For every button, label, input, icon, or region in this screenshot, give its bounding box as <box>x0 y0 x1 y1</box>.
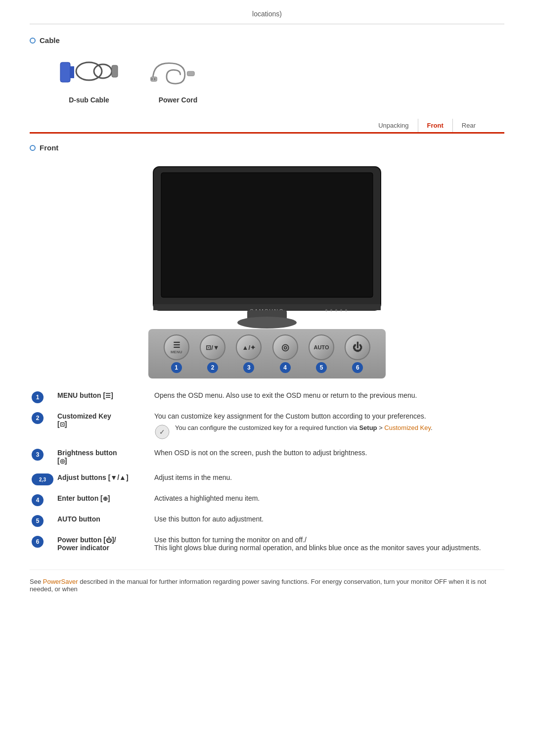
desc-label-power: Power button [⏻]/ Power indicator <box>55 533 154 558</box>
svg-rect-0 <box>60 62 70 82</box>
cable-title-text: Cable <box>40 36 60 45</box>
front-title-text: Front <box>40 143 58 152</box>
brightness-button-circle[interactable]: ▲/✦ <box>236 334 262 360</box>
front-section: Front SAMSUNG <box>30 143 504 593</box>
customized-key-note: ✓ You can configure the customized key f… <box>154 424 504 440</box>
btn-number-1: 1 <box>171 362 182 373</box>
desc-label-customized: Customized Key[⊡] <box>55 409 154 446</box>
descriptions-table: 1 MENU button [☰] Opens the OSD menu. Al… <box>30 388 504 558</box>
note-text: You can configure the customized key for… <box>175 424 433 431</box>
cable-images: D-sub Cable Power Cord <box>59 52 504 104</box>
desc-num-5: 5 <box>30 512 55 533</box>
auto-button-ctrl: AUTO 5 <box>309 334 334 373</box>
badge-3: 3 <box>32 449 44 461</box>
desc-text-customized: You can customize key assignment for the… <box>154 409 504 446</box>
desc-text-brightness: When OSD is not on the screen, push the … <box>154 446 504 471</box>
desc-label-menu: MENU button [☰] <box>55 388 154 409</box>
customized-key-circle[interactable]: ⊡/▼ <box>200 334 225 360</box>
desc-text-auto: Use this button for auto adjustment. <box>154 512 504 533</box>
btn-number-6: 6 <box>352 362 363 373</box>
desc-num-2: 2 <box>30 409 55 446</box>
tab-unpacking[interactable]: Unpacking <box>369 119 418 132</box>
btn-number-5: 5 <box>316 362 327 373</box>
desc-text-adjust: Adjust items in the menu. <box>154 471 504 491</box>
desc-num-3: 3 <box>30 446 55 471</box>
svg-rect-1 <box>70 66 74 78</box>
desc-text-enter: Activates a highlighted menu item. <box>154 491 504 512</box>
desc-row-customized: 2 Customized Key[⊡] You can customize ke… <box>30 409 504 446</box>
cable-dot <box>30 38 36 44</box>
power-cord-label: Power Cord <box>159 96 198 104</box>
power-cord-image <box>148 52 208 92</box>
desc-row-menu: 1 MENU button [☰] Opens the OSD menu. Al… <box>30 388 504 409</box>
desc-num-4: 4 <box>30 491 55 512</box>
monitor-svg: SAMSUNG <box>148 162 386 330</box>
svg-rect-10 <box>161 173 373 297</box>
brightness-button-ctrl: ▲/✦ 3 <box>236 334 262 373</box>
desc-row-adjust: 2,3 Adjust buttons [▼/▲] Adjust items in… <box>30 471 504 491</box>
desc-num-1: 1 <box>30 388 55 409</box>
menu-button-circle[interactable]: ☰ MENU <box>164 334 189 360</box>
desc-row-power: 6 Power button [⏻]/ Power indicator Use … <box>30 533 504 558</box>
enter-button-ctrl: ◎ 4 <box>272 334 298 373</box>
badge-4: 4 <box>32 494 44 506</box>
desc-row-auto: 5 AUTO button Use this button for auto a… <box>30 512 504 533</box>
power-button-circle[interactable]: ⏻ <box>345 334 370 360</box>
desc-label-auto: AUTO button <box>55 512 154 533</box>
badge-6: 6 <box>32 536 44 548</box>
note-icon: ✓ <box>154 424 170 440</box>
customized-key-link[interactable]: Customized Key <box>384 424 431 431</box>
svg-point-3 <box>94 64 112 78</box>
powersaver-note: See PowerSaver described in the manual f… <box>30 569 504 593</box>
customized-key-ctrl: ⊡/▼ 2 <box>200 334 225 373</box>
badge-2: 2 <box>32 412 44 424</box>
btn-number-2: 2 <box>207 362 218 373</box>
svg-point-14 <box>330 309 332 311</box>
desc-text-power: Use this button for turning the monitor … <box>154 533 504 558</box>
desc-label-enter: Enter button [⊕] <box>55 491 154 512</box>
powersaver-link[interactable]: PowerSaver <box>43 578 78 585</box>
monitor-image-container: SAMSUNG ☰ MENU <box>30 162 504 378</box>
dsub-cable-image <box>59 52 119 92</box>
navigation-tabs: Unpacking Front Rear <box>30 119 504 134</box>
menu-button-ctrl: ☰ MENU 1 <box>164 334 189 373</box>
svg-point-19 <box>237 317 297 329</box>
desc-num-23: 2,3 <box>30 471 55 491</box>
desc-row-brightness: 3 Brightness button[◎] When OSD is not o… <box>30 446 504 471</box>
front-dot <box>30 145 36 151</box>
btn-number-4: 4 <box>280 362 291 373</box>
auto-button-circle[interactable]: AUTO <box>309 334 334 360</box>
dsub-cable-item: D-sub Cable <box>59 52 119 104</box>
button-panel: ☰ MENU 1 ⊡/▼ 2 ▲/✦ 3 <box>148 329 386 378</box>
svg-rect-4 <box>112 65 118 77</box>
badge-5: 5 <box>32 515 44 527</box>
desc-text-menu: Opens the OSD menu. Also use to exit the… <box>154 388 504 409</box>
svg-point-13 <box>325 309 327 311</box>
svg-rect-8 <box>187 71 194 76</box>
front-section-title: Front <box>30 143 504 152</box>
enter-button-circle[interactable]: ◎ <box>272 334 298 360</box>
svg-point-15 <box>335 309 337 311</box>
svg-point-16 <box>340 309 342 311</box>
dsub-cable-label: D-sub Cable <box>69 96 109 104</box>
desc-label-brightness: Brightness button[◎] <box>55 446 154 471</box>
svg-text:✓: ✓ <box>159 428 165 436</box>
cable-section-title: Cable <box>30 36 504 45</box>
svg-rect-5 <box>151 77 157 81</box>
power-cord-item: Power Cord <box>148 52 208 104</box>
desc-label-adjust: Adjust buttons [▼/▲] <box>55 471 154 491</box>
btn-number-3: 3 <box>243 362 254 373</box>
badge-1: 1 <box>32 391 44 403</box>
tab-rear[interactable]: Rear <box>453 119 485 132</box>
desc-num-6: 6 <box>30 533 55 558</box>
power-button-ctrl: ⏻ 6 <box>345 334 370 373</box>
badge-23: 2,3 <box>32 473 53 485</box>
tab-front[interactable]: Front <box>418 119 453 132</box>
desc-row-enter: 4 Enter button [⊕] Activates a highlight… <box>30 491 504 512</box>
cable-section: Cable D-sub Cable <box>30 36 504 104</box>
svg-point-17 <box>345 309 347 311</box>
top-text: locations) <box>30 10 504 24</box>
